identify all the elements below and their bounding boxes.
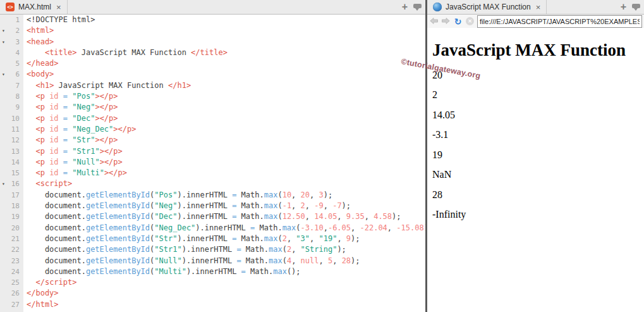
line-number: 8 <box>0 91 23 102</box>
editor-tabbar-actions: + <box>402 0 422 14</box>
code-line[interactable]: 22 document.getElementById("Str1").inner… <box>0 244 425 255</box>
page-heading: JavaScript MAX Function <box>432 41 644 60</box>
line-number: 21 <box>0 234 23 244</box>
add-tab-icon[interactable]: + <box>621 2 626 12</box>
line-number: 13 <box>0 146 23 157</box>
fold-arrow-icon[interactable]: ▾ <box>2 69 5 80</box>
line-number: ▾3 <box>0 37 23 47</box>
browser-tabbar: JavaScript MAX Function × + <box>427 0 644 15</box>
line-number: 26 <box>0 288 23 299</box>
line-number: 23 <box>0 256 23 266</box>
output-value: -Infinity <box>432 209 644 220</box>
editor-tab-max-html[interactable]: <> MAX.html × <box>0 0 68 14</box>
code-line[interactable]: ▾3<head> <box>0 37 425 47</box>
browser-tabbar-actions: + <box>621 0 640 14</box>
line-number: ▾16 <box>0 178 23 189</box>
code-line[interactable]: 21 document.getElementById("Str").innerH… <box>0 234 425 244</box>
code-line[interactable]: 4 <title> JavaScript MAX Function </titl… <box>0 47 425 58</box>
output-value: 14.05 <box>432 109 644 120</box>
html-file-icon: <> <box>6 3 15 11</box>
output-value: NaN <box>432 169 644 180</box>
code-line[interactable]: 20 document.getElementById("Neg_Dec").in… <box>0 223 425 234</box>
code-line[interactable]: 18 document.getElementById("Neg").innerH… <box>0 201 425 211</box>
line-number: 22 <box>0 244 23 255</box>
pin-icon[interactable] <box>413 4 422 8</box>
address-bar[interactable] <box>477 15 642 28</box>
code-line[interactable]: 19 document.getElementById("Dec").innerH… <box>0 211 425 222</box>
line-number: ▾2 <box>0 25 23 36</box>
line-number: 9 <box>0 102 23 113</box>
code-line[interactable]: 27</html> <box>0 299 425 310</box>
line-number: 15 <box>0 168 23 178</box>
browser-toolbar: ↻ ✕ <box>427 15 644 28</box>
code-line[interactable]: 5</head> <box>0 58 425 69</box>
line-number: 20 <box>0 223 23 234</box>
code-editor[interactable]: 1<!DOCTYPE html>▾2<html>▾3<head>4 <title… <box>0 15 425 312</box>
code-line[interactable]: 1<!DOCTYPE html> <box>0 15 425 25</box>
globe-icon <box>433 3 442 11</box>
code-line[interactable]: 25 </script> <box>0 277 425 288</box>
line-number: 12 <box>0 135 23 146</box>
line-number: 27 <box>0 299 23 310</box>
line-number: 4 <box>0 47 23 58</box>
code-line[interactable]: 11 <p id = "Neg_Dec"></p> <box>0 124 425 135</box>
browser-pane: JavaScript MAX Function × + ↻ ✕ JavaScri… <box>427 0 644 312</box>
screenshot-root: <> MAX.html × + 1<!DOCTYPE html>▾2<html>… <box>0 0 644 312</box>
browser-tab-title: JavaScript MAX Function <box>446 3 531 11</box>
code-lines: 1<!DOCTYPE html>▾2<html>▾3<head>4 <title… <box>0 15 425 310</box>
code-line[interactable]: 13 <p id = "Str1"></p> <box>0 146 425 157</box>
editor-tab-title: MAX.html <box>18 3 51 11</box>
stop-icon[interactable]: ✕ <box>465 16 475 26</box>
code-line[interactable]: 14 <p id = "Null"></p> <box>0 157 425 168</box>
line-number: 7 <box>0 80 23 91</box>
code-line[interactable]: 10 <p id = "Dec"></p> <box>0 113 425 124</box>
page-output: 20214.05-3.119NaN28-Infinity <box>432 70 644 220</box>
line-number: 18 <box>0 201 23 211</box>
code-line[interactable]: 17 document.getElementById("Pos").innerH… <box>0 190 425 201</box>
line-number: 17 <box>0 190 23 201</box>
browser-tab[interactable]: JavaScript MAX Function × <box>427 0 547 14</box>
code-line[interactable]: 15 <p id = "Multi"></p> <box>0 168 425 178</box>
fold-arrow-icon[interactable]: ▾ <box>2 25 5 36</box>
fold-arrow-icon[interactable]: ▾ <box>2 178 5 189</box>
output-value: 20 <box>432 70 644 80</box>
code-line[interactable]: 26</body> <box>0 288 425 299</box>
browser-page: JavaScript MAX Function 20214.05-3.119Na… <box>427 28 644 312</box>
code-line[interactable]: 7 <h1> JavaScript MAX Function </h1> <box>0 80 425 91</box>
forward-icon[interactable] <box>441 16 451 26</box>
output-value: 2 <box>432 89 644 100</box>
line-number: ▾6 <box>0 69 23 80</box>
code-line[interactable]: 23 document.getElementById("Null").inner… <box>0 256 425 266</box>
code-line[interactable]: ▾16 <script> <box>0 178 425 189</box>
output-value: 28 <box>432 189 644 200</box>
back-icon[interactable] <box>429 16 439 26</box>
pin-icon[interactable] <box>632 4 640 8</box>
code-line[interactable]: 8 <p id = "Pos"></p> <box>0 91 425 102</box>
code-line[interactable]: ▾2<html> <box>0 25 425 36</box>
close-icon[interactable]: × <box>536 3 541 11</box>
line-number: 24 <box>0 266 23 277</box>
line-number: 5 <box>0 58 23 69</box>
code-line[interactable]: 12 <p id = "Str"></p> <box>0 135 425 146</box>
output-value: 19 <box>432 149 644 160</box>
output-value: -3.1 <box>432 129 644 140</box>
editor-tabbar: <> MAX.html × + <box>0 0 425 15</box>
fold-arrow-icon[interactable]: ▾ <box>2 37 5 47</box>
line-number: 11 <box>0 124 23 135</box>
line-number: 19 <box>0 211 23 222</box>
refresh-icon[interactable]: ↻ <box>453 16 463 26</box>
editor-pane: <> MAX.html × + 1<!DOCTYPE html>▾2<html>… <box>0 0 425 312</box>
code-line[interactable]: 24 document.getElementById("Multi").inne… <box>0 266 425 277</box>
code-line[interactable]: 9 <p id = "Neg"></p> <box>0 102 425 113</box>
close-icon[interactable]: × <box>56 3 61 11</box>
add-tab-icon[interactable]: + <box>402 2 408 12</box>
code-line[interactable]: ▾6<body> <box>0 69 425 80</box>
line-number: 10 <box>0 113 23 124</box>
line-number: 25 <box>0 277 23 288</box>
line-number: 1 <box>0 15 23 25</box>
line-number: 14 <box>0 157 23 168</box>
